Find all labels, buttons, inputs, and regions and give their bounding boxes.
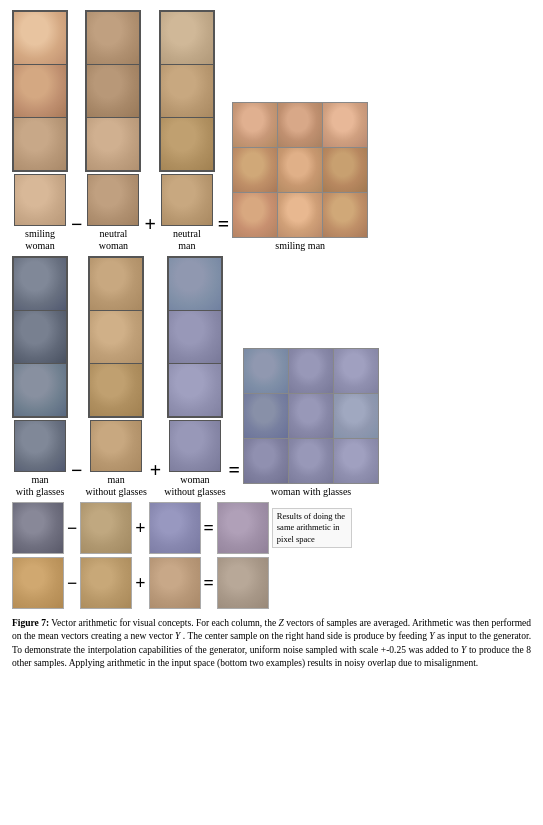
pixel-face4 bbox=[12, 557, 64, 609]
pixel-plus1: + bbox=[135, 518, 145, 539]
pixel-face3 bbox=[149, 502, 201, 554]
woman-no-glasses-label: woman without glasses bbox=[164, 474, 225, 498]
pixel-result2 bbox=[217, 557, 269, 609]
minus-op-1: − bbox=[71, 214, 82, 234]
result-face bbox=[323, 103, 367, 147]
face-img bbox=[169, 311, 221, 363]
face-img bbox=[169, 364, 221, 416]
result-face bbox=[278, 148, 322, 192]
face-img bbox=[169, 258, 221, 310]
face-single bbox=[169, 420, 221, 472]
result-face bbox=[278, 103, 322, 147]
face-single bbox=[87, 174, 139, 226]
face-single bbox=[14, 174, 66, 226]
smiling-woman-label: smiling woman bbox=[25, 228, 55, 252]
pixel-row2: − + = bbox=[12, 557, 531, 609]
face-img bbox=[14, 258, 66, 310]
result-face bbox=[278, 193, 322, 237]
man-glasses-stack bbox=[12, 256, 68, 418]
pixel-equals1: = bbox=[204, 518, 214, 539]
result-face bbox=[244, 349, 288, 393]
caption-body: Vector arithmetic for visual concepts. F… bbox=[12, 618, 531, 668]
face-img bbox=[87, 65, 139, 117]
woman-no-glasses-group: woman without glasses bbox=[164, 256, 225, 498]
woman-glasses-grid bbox=[243, 348, 379, 484]
man-no-glasses-stack bbox=[88, 256, 144, 418]
face-img bbox=[90, 364, 142, 416]
row2-arithmetic: man with glasses − man without glasses +… bbox=[12, 256, 531, 498]
smiling-woman-group: smiling woman bbox=[12, 10, 68, 252]
equals-op-1: = bbox=[218, 214, 229, 234]
result-face bbox=[233, 193, 277, 237]
man-glasses-label: man with glasses bbox=[16, 474, 65, 498]
result-face bbox=[233, 103, 277, 147]
pixel-face6 bbox=[149, 557, 201, 609]
face-img bbox=[14, 364, 66, 416]
row1-arithmetic: smiling woman − neutral woman + neutral … bbox=[12, 10, 531, 252]
result-face bbox=[289, 349, 333, 393]
pixel-face2 bbox=[80, 502, 132, 554]
face-img bbox=[14, 12, 66, 64]
plus-op-2: + bbox=[150, 460, 161, 480]
pixel-row1: − + = Results of doing the same arithmet… bbox=[12, 502, 531, 554]
face-img bbox=[87, 12, 139, 64]
neutral-woman-stack bbox=[85, 10, 141, 172]
result-face bbox=[289, 394, 333, 438]
woman-glasses-label: woman with glasses bbox=[271, 486, 352, 498]
neutral-woman-label: neutral woman bbox=[99, 228, 128, 252]
neutral-woman-group: neutral woman bbox=[85, 10, 141, 252]
result-face bbox=[323, 193, 367, 237]
result-face bbox=[289, 439, 333, 483]
face-img bbox=[14, 118, 66, 170]
result-face bbox=[244, 439, 288, 483]
face-img bbox=[161, 12, 213, 64]
face-img bbox=[161, 118, 213, 170]
pixel-minus1: − bbox=[67, 518, 77, 539]
caption-label: Figure 7: bbox=[12, 618, 49, 628]
result-face bbox=[334, 439, 378, 483]
man-glasses-group: man with glasses bbox=[12, 256, 68, 498]
equals-op-2: = bbox=[229, 460, 240, 480]
face-img bbox=[14, 311, 66, 363]
figure-container: smiling woman − neutral woman + neutral … bbox=[12, 10, 531, 670]
result-face bbox=[334, 394, 378, 438]
face-img bbox=[87, 118, 139, 170]
man-no-glasses-group: man without glasses bbox=[85, 256, 146, 498]
face-single bbox=[14, 420, 66, 472]
pixel-space-label: Results of doing the same arithmetic in … bbox=[272, 508, 352, 547]
pixel-face5 bbox=[80, 557, 132, 609]
smiling-man-result: smiling man bbox=[232, 102, 368, 252]
result-face bbox=[323, 148, 367, 192]
face-img bbox=[90, 258, 142, 310]
face-single bbox=[90, 420, 142, 472]
pixel-result1 bbox=[217, 502, 269, 554]
plus-op-1: + bbox=[144, 214, 155, 234]
minus-op-2: − bbox=[71, 460, 82, 480]
face-single bbox=[161, 174, 213, 226]
neutral-man-stack bbox=[159, 10, 215, 172]
neutral-man-group: neutral man bbox=[159, 10, 215, 252]
woman-no-glasses-stack bbox=[167, 256, 223, 418]
smiling-woman-stack bbox=[12, 10, 68, 172]
figure-caption: Figure 7: Vector arithmetic for visual c… bbox=[12, 617, 531, 670]
smiling-man-grid bbox=[232, 102, 368, 238]
result-face bbox=[244, 394, 288, 438]
pixel-plus2: + bbox=[135, 573, 145, 594]
smiling-man-label: smiling man bbox=[275, 240, 325, 252]
result-face bbox=[233, 148, 277, 192]
neutral-man-label: neutral man bbox=[173, 228, 201, 252]
pixel-minus2: − bbox=[67, 573, 77, 594]
man-no-glasses-label: man without glasses bbox=[85, 474, 146, 498]
pixel-face1 bbox=[12, 502, 64, 554]
result-face bbox=[334, 349, 378, 393]
pixel-equals2: = bbox=[204, 573, 214, 594]
face-img bbox=[90, 311, 142, 363]
woman-glasses-result: woman with glasses bbox=[243, 348, 379, 498]
face-img bbox=[14, 65, 66, 117]
face-img bbox=[161, 65, 213, 117]
